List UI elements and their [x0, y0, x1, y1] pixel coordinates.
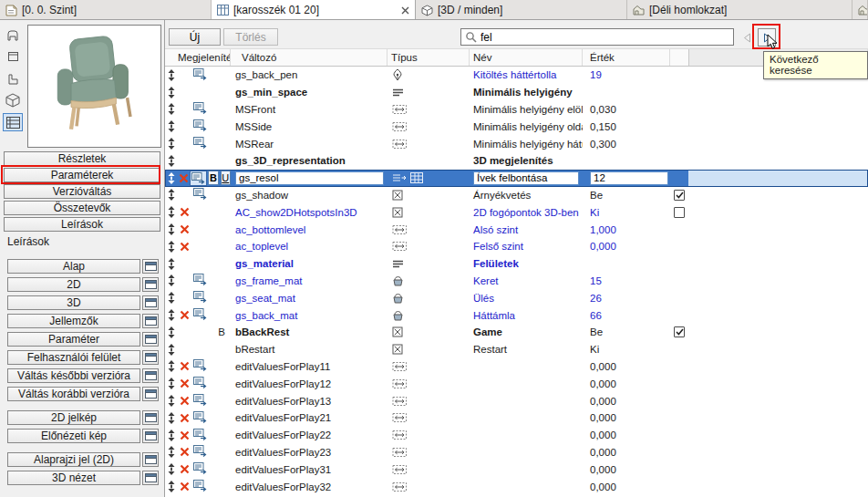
- reorder-handle[interactable]: [165, 135, 178, 152]
- name-edit-field[interactable]: Ívek felbontása: [473, 171, 579, 185]
- reorder-handle[interactable]: [165, 118, 178, 135]
- display-toggle-icon[interactable]: [193, 445, 207, 459]
- display-toggle-icon[interactable]: [193, 462, 207, 476]
- parameter-row[interactable]: editValuesForPlay120,000: [165, 375, 868, 392]
- value-edit-field[interactable]: 12: [590, 171, 668, 185]
- script-button[interactable]: Váltás korábbi verzióra: [7, 387, 140, 401]
- reorder-handle[interactable]: [165, 341, 178, 358]
- preview-front-view-icon[interactable]: [3, 26, 23, 44]
- reorder-handle[interactable]: [165, 427, 178, 444]
- preview-side-view-icon[interactable]: [3, 69, 23, 88]
- display-toggle-icon[interactable]: [193, 429, 207, 442]
- reorder-handle[interactable]: [165, 273, 178, 290]
- reorder-handle[interactable]: [165, 444, 178, 461]
- open-in-window-button[interactable]: [142, 429, 159, 443]
- parameter-row[interactable]: editValuesForPlay220,000: [165, 427, 868, 444]
- parameter-row[interactable]: editValuesForPlay110,000: [165, 358, 868, 376]
- parameter-row[interactable]: MSRearMinimális helyigény hátul0,300: [165, 135, 868, 152]
- display-toggle-icon[interactable]: [193, 68, 207, 82]
- value-list-icon[interactable]: [392, 172, 407, 183]
- reorder-handle[interactable]: [165, 478, 178, 495]
- window-tab[interactable]: [karosszék 01 20]: [212, 0, 416, 20]
- window-tab[interactable]: [3D / minden]: [416, 0, 627, 20]
- open-in-window-button[interactable]: [142, 387, 159, 401]
- parameter-row[interactable]: AC_show2DHotspotsIn3D2D fogópontok 3D-be…: [165, 203, 868, 221]
- window-tab-partial[interactable]: [852, 0, 868, 20]
- sidebar-button-összetevők[interactable]: Összetevők: [4, 201, 160, 215]
- reorder-handle[interactable]: [165, 203, 178, 221]
- display-toggle-icon[interactable]: [193, 102, 207, 116]
- preview-top-view-icon[interactable]: [3, 47, 23, 66]
- display-toggle-icon[interactable]: [193, 137, 207, 150]
- delete-parameter-icon[interactable]: [180, 242, 190, 252]
- delete-parameter-icon[interactable]: [180, 361, 190, 371]
- window-tab[interactable]: [Déli homlokzat]: [627, 0, 852, 20]
- reorder-handle[interactable]: [165, 306, 178, 324]
- bold-style-button[interactable]: B: [208, 171, 218, 185]
- reorder-handle[interactable]: [165, 238, 178, 255]
- parameter-row[interactable]: editValuesForPlay230,000: [165, 444, 868, 461]
- parameter-row[interactable]: ac_bottomlevelAlsó szint1,000: [165, 221, 868, 238]
- reorder-handle[interactable]: [165, 409, 178, 427]
- script-button[interactable]: Előnézeti kép: [7, 429, 140, 443]
- previous-search-button[interactable]: [739, 29, 755, 46]
- parameter-row[interactable]: editValuesForPlay130,000: [165, 392, 868, 409]
- display-toggle-icon[interactable]: [193, 480, 207, 493]
- open-in-window-button[interactable]: [142, 471, 159, 485]
- reorder-handle[interactable]: [165, 289, 178, 306]
- sidebar-button-paraméterek[interactable]: Paraméterek: [4, 168, 160, 182]
- reorder-handle[interactable]: [165, 84, 178, 101]
- reorder-handle[interactable]: [165, 392, 178, 409]
- script-button[interactable]: 2D jelkép: [7, 410, 140, 425]
- script-button[interactable]: Alaprajzi jel (2D): [7, 452, 140, 467]
- parameter-row[interactable]: BUgs_resolÍvek felbontása12: [165, 170, 868, 187]
- sidebar-button-verzióváltás[interactable]: Verzióváltás: [4, 184, 160, 199]
- preview-list-icon[interactable]: [3, 113, 23, 131]
- window-tab[interactable]: [0. 0. Szint]: [0, 0, 212, 20]
- open-in-window-button[interactable]: [142, 452, 159, 467]
- delete-parameter-icon[interactable]: [180, 378, 190, 388]
- variable-edit-field[interactable]: gs_resol: [235, 171, 384, 185]
- new-parameter-button[interactable]: Új: [169, 28, 221, 46]
- sidebar-button-leírások[interactable]: Leírások: [4, 217, 160, 232]
- delete-parameter-icon[interactable]: [180, 310, 190, 320]
- parameter-row[interactable]: editValuesForPlay310,000: [165, 461, 868, 478]
- display-toggle-icon[interactable]: [193, 119, 207, 133]
- display-toggle-icon[interactable]: [193, 394, 207, 408]
- open-in-window-button[interactable]: [142, 368, 159, 383]
- array-values-icon[interactable]: [410, 172, 423, 183]
- script-button[interactable]: 3D nézet: [7, 471, 140, 485]
- reorder-handle[interactable]: [165, 187, 178, 204]
- script-button[interactable]: 2D: [7, 277, 140, 292]
- open-in-window-button[interactable]: [142, 314, 159, 328]
- parameter-row[interactable]: gs_frame_matKeret15: [165, 273, 868, 290]
- open-in-window-button[interactable]: [142, 332, 159, 347]
- display-toggle-icon[interactable]: [193, 377, 207, 390]
- delete-parameter-icon[interactable]: [180, 413, 190, 423]
- search-input[interactable]: [477, 31, 733, 44]
- reorder-handle[interactable]: [165, 375, 178, 392]
- parameter-row[interactable]: MSSideMinimális helyigény oldalt0,150: [165, 118, 868, 135]
- value-checkbox[interactable]: [674, 190, 685, 201]
- open-in-window-button[interactable]: [142, 259, 159, 274]
- parameter-row[interactable]: bRestartRestartKi: [165, 341, 868, 358]
- parameter-row[interactable]: editValuesForPlay320,000: [165, 478, 868, 495]
- close-tab-icon[interactable]: [401, 6, 409, 15]
- parameter-row[interactable]: gs_materialFelületek: [165, 255, 868, 273]
- delete-parameter-icon[interactable]: [180, 481, 190, 492]
- delete-parameter-icon[interactable]: [180, 207, 190, 217]
- script-button[interactable]: Alap: [7, 259, 140, 274]
- reorder-handle[interactable]: [165, 101, 178, 119]
- value-checkbox[interactable]: [674, 326, 685, 337]
- parameter-row[interactable]: MSFrontMinimális helyigény elöl0,030: [165, 101, 868, 119]
- delete-parameter-icon[interactable]: [180, 464, 190, 474]
- open-in-window-button[interactable]: [142, 350, 159, 365]
- parameter-row[interactable]: gs_3D_representation3D megjelenítés: [165, 152, 868, 170]
- script-button[interactable]: Váltás későbbi verzióra: [7, 368, 140, 383]
- display-toggle-icon[interactable]: [193, 188, 207, 202]
- parameter-row[interactable]: gs_back_matHáttámla66: [165, 306, 868, 324]
- delete-parameter-icon[interactable]: [179, 173, 189, 183]
- display-toggle-icon[interactable]: [193, 359, 207, 373]
- preview-3d-view-icon[interactable]: [3, 91, 23, 109]
- script-button[interactable]: 3D: [7, 295, 140, 310]
